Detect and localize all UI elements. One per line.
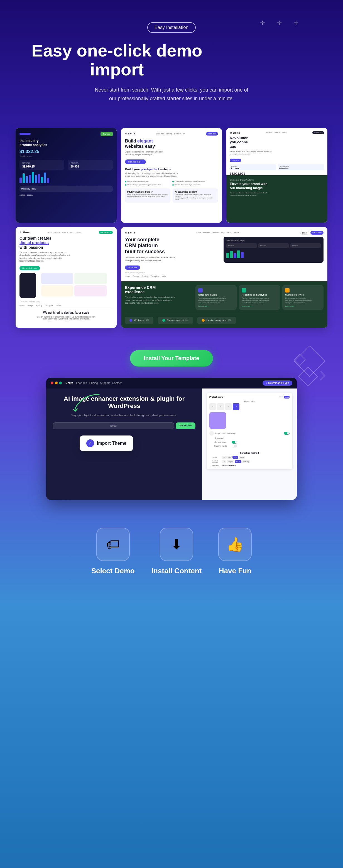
steps-section: 🏷 Select Demo ⬇ Install Content 👍 Have F… — [0, 511, 343, 597]
card4-logos: isana Google Spotify Trustpilot stripe — [20, 305, 113, 306]
card1-stat: $1,332.25 — [20, 149, 113, 154]
demo-card-analytics[interactable]: Try free the industryproduct analytics $… — [15, 128, 117, 223]
demo-card-crm-platform[interactable]: ☆ Sierra AboutSolutionsFeaturesBlogNewsC… — [121, 227, 328, 328]
browser-try-free-button[interactable]: Try for free — [176, 423, 195, 429]
browser-dots — [51, 381, 62, 384]
demo-card-build-websites[interactable]: ☆ Sierra Features Pricing Content Q Free… — [121, 128, 222, 223]
install-template-button[interactable]: Install Your Template — [130, 350, 213, 367]
mini-chart — [20, 172, 113, 183]
select-demo-title: Select Demo — [91, 567, 135, 575]
import-check-icon: ✓ — [86, 439, 94, 447]
hero-title: Easy one-click demo import — [6, 41, 228, 79]
browser-logo: Sierra — [65, 381, 73, 384]
have-fun-icon-box: 👍 — [218, 528, 252, 561]
download-plugin-button[interactable]: ↓ Download Plugin — [262, 380, 292, 386]
card1-title: the industryproduct analytics — [20, 139, 113, 148]
have-fun-title: Have Fun — [219, 567, 251, 575]
import-theme-label: Import Theme — [97, 441, 126, 446]
easy-installation-badge: Easy Installation — [147, 22, 196, 33]
deco-cross-2: ✛ — [277, 20, 282, 27]
install-section: › Install Your Template Sierra Features … — [0, 328, 343, 511]
step-have-fun: 👍 Have Fun — [218, 528, 252, 575]
demo-card-crm-revolution[interactable]: ☆ Sierra ServicesFeaturesAbout Get start… — [226, 128, 328, 223]
browser-bar: Sierra Features Pricing Support Contact … — [46, 378, 297, 389]
install-content-icon: ⬇ — [171, 536, 182, 552]
card1-logo — [20, 133, 31, 135]
browser-right-panel: Project name Export Aspect ratio — [202, 389, 297, 500]
card4-phone-mockup — [20, 273, 36, 298]
right-chevron-deco: › — [319, 361, 326, 387]
card4-title: Our team createsdigital productswith pas… — [20, 236, 113, 250]
card2-cta[interactable]: Start free trial → — [125, 159, 146, 164]
hero-subtitle: Never start from scratch. With just a fe… — [94, 86, 249, 103]
select-demo-icon-box: 🏷 — [96, 528, 130, 561]
deco-cross-3: ✛ — [293, 20, 299, 27]
card2-main-title: Build elegantwebsites easy — [125, 138, 218, 149]
demo-cards-grid: Try free the industryproduct analytics $… — [10, 128, 333, 328]
browser-dot-red — [51, 381, 54, 384]
browser-nav: Features Pricing Support Contact — [76, 381, 122, 384]
card1-logos: stripe asana — [20, 194, 113, 196]
badge-text: Easy Installation — [155, 25, 188, 30]
install-content-icon-box: ⬇ — [160, 528, 193, 561]
install-content-title: Install Content — [152, 567, 202, 575]
card2-features-grid: Build & search without coding Connect to… — [125, 181, 218, 186]
deco-cross-1: ✛ — [260, 20, 265, 27]
select-demo-icon: 🏷 — [106, 536, 120, 552]
step-select-demo: 🏷 Select Demo — [91, 528, 135, 575]
card1-label: Total Revenue — [20, 155, 113, 157]
hero-section: ✛ ✛ ✛ Easy Installation Easy one-click d… — [0, 0, 343, 114]
card2-header: ☆ Sierra Features Pricing Content Q Free… — [125, 132, 218, 135]
browser-email-input[interactable]: Email — [53, 423, 174, 429]
step-install-content: ⬇ Install Content — [152, 528, 202, 575]
have-fun-icon: 👍 — [226, 536, 244, 552]
browser-dot-yellow — [55, 381, 58, 384]
browser-email-row: Email Try for free — [53, 423, 195, 429]
import-theme-overlay: ✓ Import Theme — [80, 436, 133, 451]
sampling-title: Sampling method — [209, 452, 289, 454]
curved-arrow-icon — [68, 392, 102, 414]
browser-site-subtitle: Say goodbye to slow-loading websites and… — [53, 413, 195, 418]
browser-dot-green — [59, 381, 62, 384]
card4-cta[interactable]: Get started today — [20, 266, 40, 270]
demo-card-digital-products[interactable]: ☆ Sierra AboutServicesProjectsBlogContac… — [15, 227, 117, 328]
card1-cta: Try free — [100, 132, 113, 136]
